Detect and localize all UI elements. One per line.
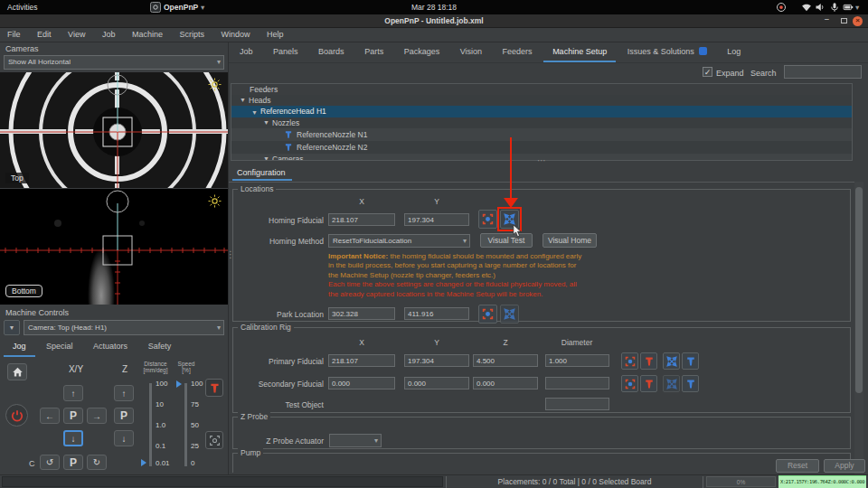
distance-slider[interactable] (149, 383, 152, 466)
expanded-icon[interactable]: ▼ (263, 117, 269, 128)
move-nozzle-to-location-button[interactable] (682, 375, 699, 392)
search-input[interactable] (784, 65, 862, 79)
move-camera-to-location-button[interactable] (500, 305, 519, 324)
reset-button[interactable]: Reset (776, 459, 819, 473)
jog-x-minus-button[interactable]: ← (40, 408, 60, 424)
park-y-field[interactable] (404, 307, 469, 320)
config-scrollbar[interactable] (854, 182, 863, 474)
tree-item-referencehead-h1[interactable]: ▼ ReferenceHead H1 (231, 106, 853, 117)
menu-file[interactable]: File (0, 28, 28, 42)
menu-machine[interactable]: Machine (125, 28, 170, 42)
machine-controls-collapse-button[interactable]: ▼ (4, 320, 20, 335)
tab-parts[interactable]: Parts (355, 43, 392, 61)
tree-item-referencenozzle-n2[interactable]: ReferenceNozzle N2 (231, 141, 853, 154)
expanded-icon[interactable]: ▼ (240, 95, 246, 106)
visual-test-button[interactable]: Visual Test (480, 233, 533, 248)
capture-camera-location-button[interactable] (621, 375, 638, 392)
capture-camera-location-button[interactable] (621, 352, 638, 370)
horizontal-splitter-handle[interactable]: ⋯ (537, 155, 546, 165)
homing-fiducial-x-field[interactable] (328, 213, 395, 226)
park-z-button[interactable]: P (114, 408, 134, 424)
tab-feeders[interactable]: Feeders (494, 43, 542, 61)
tab-machine-setup[interactable]: Machine Setup (543, 43, 616, 62)
z-probe-actuator-select[interactable]: ▾ (329, 434, 382, 447)
apply-button[interactable]: Apply (824, 459, 865, 473)
menu-window[interactable]: Window (214, 28, 258, 42)
jog-z-minus-button[interactable]: ↓ (114, 430, 134, 446)
system-menu-caret-icon[interactable]: ▾ (855, 0, 859, 14)
jog-c-cw-button[interactable]: ↻ (87, 455, 107, 470)
capture-nozzle-location-button[interactable] (640, 352, 657, 370)
wifi-icon[interactable] (801, 2, 812, 13)
tree-item-referencenozzle-n1[interactable]: ReferenceNozzle N1 (231, 128, 853, 141)
top-camera-light-icon[interactable] (208, 78, 222, 91)
tab-special[interactable]: Special (37, 338, 82, 355)
tab-jog[interactable]: Jog (4, 338, 35, 357)
menu-edit[interactable]: Edit (30, 28, 59, 42)
visual-home-button[interactable]: Visual Home (542, 233, 597, 248)
tab-actuators[interactable]: Actuators (84, 338, 137, 355)
move-camera-to-location-button[interactable] (663, 375, 680, 392)
capture-camera-location-button[interactable] (478, 305, 497, 324)
primary-fiducial-diameter-field[interactable] (545, 354, 609, 367)
tree-item-nozzles[interactable]: ▼ Nozzles (231, 117, 853, 128)
secondary-fiducial-z-field[interactable] (473, 377, 538, 389)
tree-item-feeders[interactable]: Feeders (231, 84, 853, 95)
volume-icon[interactable] (815, 2, 826, 13)
camera-settings-button[interactable] (205, 431, 223, 449)
jog-y-plus-button[interactable]: ↑ (63, 385, 83, 401)
jog-y-minus-button[interactable]: ↓ (63, 430, 83, 446)
capture-nozzle-location-button[interactable] (640, 375, 657, 392)
tab-vision[interactable]: Vision (451, 43, 491, 61)
close-button[interactable]: × (853, 16, 863, 26)
head-mountable-selector[interactable]: Camera: Top (Head: H1)▾ (24, 320, 224, 335)
primary-fiducial-x-field[interactable] (328, 354, 395, 367)
secondary-fiducial-y-field[interactable] (404, 377, 469, 389)
menu-view[interactable]: View (61, 28, 92, 42)
park-x-field[interactable] (328, 307, 395, 320)
top-camera-view[interactable]: Top (0, 72, 228, 188)
test-object-field[interactable] (545, 398, 609, 410)
tab-packages[interactable]: Packages (395, 43, 449, 61)
move-camera-to-location-button[interactable] (663, 352, 680, 370)
config-scrollbar-thumb[interactable] (855, 187, 863, 393)
distance-slider-handle[interactable] (141, 459, 146, 466)
home-button[interactable] (7, 363, 27, 380)
menu-help[interactable]: Help (259, 28, 291, 42)
microphone-icon[interactable] (829, 2, 840, 13)
jog-z-plus-button[interactable]: ↑ (114, 385, 134, 401)
jog-c-ccw-button[interactable]: ↺ (40, 455, 60, 470)
menu-job[interactable]: Job (95, 28, 123, 42)
speed-slider[interactable] (184, 383, 187, 466)
homing-fiducial-y-field[interactable] (404, 213, 469, 226)
bottom-camera-view[interactable]: Bottom (0, 189, 228, 305)
jog-x-plus-button[interactable]: → (87, 408, 107, 424)
maximize-button[interactable] (841, 18, 847, 23)
secondary-fiducial-diameter-field[interactable] (545, 377, 609, 389)
screen-record-icon[interactable] (776, 2, 787, 13)
secondary-fiducial-x-field[interactable] (328, 377, 395, 389)
primary-fiducial-z-field[interactable] (473, 354, 538, 367)
tab-job[interactable]: Job (231, 43, 262, 61)
tab-log[interactable]: Log (718, 43, 750, 61)
park-xy-button[interactable]: P (63, 408, 83, 424)
minimize-button[interactable]: – (825, 13, 829, 26)
homing-method-select[interactable]: ResetToFiducialLocation▾ (328, 234, 470, 248)
speed-slider-handle[interactable] (176, 380, 182, 388)
gnome-clock[interactable]: Mar 28 18:18 (0, 0, 868, 14)
tab-issues-solutions[interactable]: Issues & Solutions (618, 43, 716, 61)
capture-camera-location-button[interactable] (478, 210, 497, 229)
bottom-camera-light-icon[interactable] (208, 194, 222, 208)
primary-fiducial-y-field[interactable] (404, 354, 469, 367)
tree-item-heads[interactable]: ▼ Heads (231, 95, 853, 106)
power-button[interactable] (5, 404, 28, 427)
menu-scripts[interactable]: Scripts (173, 28, 212, 42)
tab-panels[interactable]: Panels (264, 43, 307, 61)
park-c-button[interactable]: P (63, 455, 83, 470)
window-title-bar[interactable]: OpenPnP - Untitled.job.xml – × (0, 14, 868, 28)
tab-configuration[interactable]: Configuration (237, 168, 286, 177)
tab-boards[interactable]: Boards (309, 43, 354, 61)
expand-checkbox[interactable]: ✓ (703, 67, 712, 77)
tab-safety[interactable]: Safety (139, 338, 181, 355)
battery-icon[interactable] (843, 2, 854, 13)
